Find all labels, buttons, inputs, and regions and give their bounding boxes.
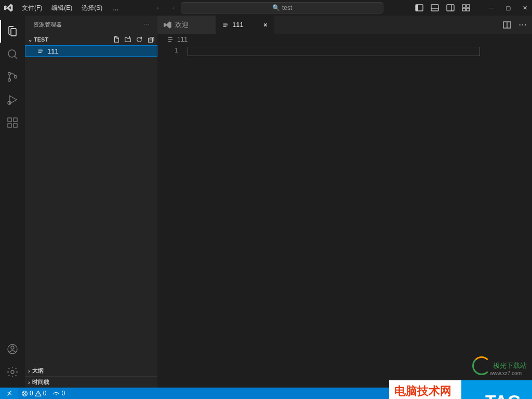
new-folder-icon[interactable] xyxy=(124,36,131,43)
tab-label: 111 xyxy=(232,21,244,29)
tab-file-111[interactable]: 111 × xyxy=(216,16,274,34)
sidebar-title: 资源管理器 xyxy=(33,21,62,29)
menu-more[interactable]: … xyxy=(108,2,123,14)
svg-rect-19 xyxy=(14,118,17,122)
menu-bar: 文件(F) 编辑(E) 选择(S) … xyxy=(18,2,123,14)
collapse-all-icon[interactable] xyxy=(147,36,154,43)
minimize-button[interactable]: ─ xyxy=(488,5,495,11)
svg-rect-9 xyxy=(467,8,470,11)
search-text: test xyxy=(282,4,292,11)
svg-point-13 xyxy=(8,79,11,82)
watermark-text1: 电脑技术网 xyxy=(394,383,456,399)
watermark-url: www.xz7.com xyxy=(490,370,522,376)
layout-sidebar-right-icon[interactable] xyxy=(446,4,455,12)
status-problems[interactable]: 0 0 xyxy=(18,390,49,397)
editor-body[interactable]: 1 电脑技术网 www.tagxp.com TAG 极光下载站 www.xz7.… xyxy=(157,45,532,388)
svg-point-21 xyxy=(11,346,14,349)
chevron-right-icon: › xyxy=(28,368,30,374)
vscode-logo-icon xyxy=(4,3,14,12)
svg-point-10 xyxy=(8,50,16,57)
file-item-111[interactable]: 111 xyxy=(25,45,157,57)
command-center-search[interactable]: 🔍 test xyxy=(181,2,383,14)
chevron-right-icon: › xyxy=(28,379,30,385)
layout-customize-icon[interactable] xyxy=(462,4,470,12)
editor-area: 欢迎 111 × ⋯ 111 1 xyxy=(157,16,532,388)
remote-button[interactable] xyxy=(0,388,18,399)
svg-rect-4 xyxy=(447,5,454,11)
titlebar: 文件(F) 编辑(E) 选择(S) … ← → 🔍 test ─ ▢ ✕ xyxy=(0,0,532,16)
line-numbers: 1 xyxy=(157,45,188,388)
close-button[interactable]: ✕ xyxy=(522,5,528,11)
close-tab-icon[interactable]: × xyxy=(263,21,268,29)
search-icon: 🔍 xyxy=(272,4,280,11)
sidebar-explorer: 资源管理器 ⋯ ⌄ TEST 111 › 大纲 › xyxy=(25,16,157,388)
status-ports[interactable]: 0 xyxy=(49,390,68,397)
maximize-button[interactable]: ▢ xyxy=(505,5,511,11)
tab-label: 欢迎 xyxy=(175,20,189,30)
new-file-icon[interactable] xyxy=(113,36,120,43)
activity-search[interactable] xyxy=(0,43,25,65)
editor-line-1[interactable] xyxy=(188,47,480,56)
activity-extensions[interactable] xyxy=(0,111,25,134)
folder-header[interactable]: ⌄ TEST xyxy=(25,34,157,45)
svg-point-14 xyxy=(15,76,17,78)
svg-rect-18 xyxy=(14,124,17,127)
split-editor-icon[interactable] xyxy=(503,21,511,29)
svg-rect-8 xyxy=(462,8,466,11)
vscode-logo-icon xyxy=(164,21,172,29)
activity-settings[interactable] xyxy=(0,361,25,383)
folder-name: TEST xyxy=(34,36,48,43)
chevron-down-icon: ⌄ xyxy=(28,37,32,43)
nav-back-icon[interactable]: ← xyxy=(155,4,162,12)
menu-edit[interactable]: 编辑(E) xyxy=(47,2,76,14)
watermark-tag: TAG xyxy=(461,380,532,399)
svg-rect-16 xyxy=(8,118,11,122)
line-number: 1 xyxy=(157,47,178,54)
activity-source-control[interactable] xyxy=(0,65,25,88)
timeline-section[interactable]: › 时间线 xyxy=(25,376,157,388)
activity-account[interactable] xyxy=(0,338,25,361)
file-name: 111 xyxy=(47,47,59,55)
svg-rect-7 xyxy=(467,5,470,7)
activity-debug[interactable] xyxy=(0,88,25,111)
svg-line-11 xyxy=(15,56,17,59)
swirl-icon xyxy=(472,356,491,375)
breadcrumb[interactable]: 111 xyxy=(157,34,532,45)
file-text-icon xyxy=(222,21,229,29)
layout-sidebar-left-icon[interactable] xyxy=(415,4,423,12)
menu-select[interactable]: 选择(S) xyxy=(77,2,107,14)
breadcrumb-item: 111 xyxy=(177,36,188,43)
activity-bar xyxy=(0,16,25,388)
svg-rect-2 xyxy=(431,5,438,11)
editor-tabs: 欢迎 111 × ⋯ xyxy=(157,16,532,34)
refresh-icon[interactable] xyxy=(136,36,143,43)
svg-point-44 xyxy=(56,394,57,395)
outline-section[interactable]: › 大纲 xyxy=(25,365,157,376)
svg-point-12 xyxy=(8,73,11,75)
menu-file[interactable]: 文件(F) xyxy=(18,2,46,14)
file-text-icon xyxy=(37,47,44,55)
svg-rect-1 xyxy=(416,5,418,11)
svg-point-22 xyxy=(11,370,14,374)
tab-welcome[interactable]: 欢迎 xyxy=(157,16,216,34)
sidebar-more-icon[interactable]: ⋯ xyxy=(143,21,149,28)
svg-rect-6 xyxy=(462,5,466,7)
activity-explorer[interactable] xyxy=(0,20,25,43)
layout-panel-icon[interactable] xyxy=(431,4,439,12)
file-text-icon xyxy=(167,36,174,43)
watermark-banner: 电脑技术网 www.tagxp.com TAG xyxy=(389,380,532,399)
nav-forward-icon: → xyxy=(168,4,176,12)
editor-more-icon[interactable]: ⋯ xyxy=(518,20,527,30)
svg-rect-17 xyxy=(8,124,11,127)
